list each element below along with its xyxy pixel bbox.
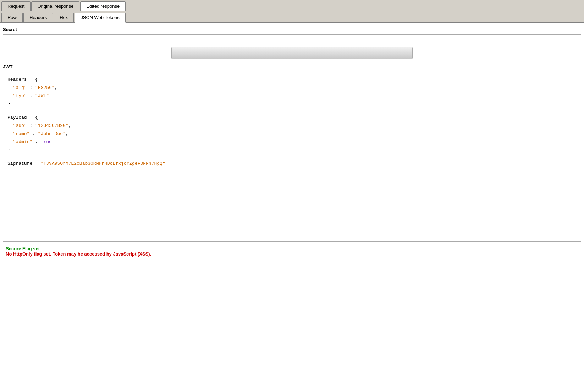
- signature-label: Signature =: [7, 161, 41, 166]
- tab-headers[interactable]: Headers: [23, 13, 53, 22]
- status-area: Secure Flag set. No HttpOnly flag set. T…: [3, 245, 581, 258]
- typ-key: "typ": [13, 93, 27, 99]
- sub-value: "1234567890": [35, 123, 68, 128]
- headers-label: Headers = {: [7, 77, 38, 82]
- second-tab-bar: Raw Headers Hex JSON Web Tokens: [0, 11, 584, 23]
- tab-hex[interactable]: Hex: [54, 13, 74, 22]
- jwt-name-line: "name" : "John Doe",: [7, 130, 577, 138]
- jwt-admin-line: "admin" : true: [7, 139, 577, 146]
- button-row: [3, 47, 581, 59]
- jwt-signature-line: Signature = "TJVA95OrM7E2cBab30RMHrHDcEf…: [7, 160, 577, 168]
- verify-button[interactable]: [171, 47, 413, 59]
- tab-original-response[interactable]: Original response: [31, 1, 79, 11]
- typ-value: "JWT": [35, 93, 49, 99]
- jwt-payload-header: Payload = {: [7, 114, 577, 122]
- tab-request[interactable]: Request: [1, 1, 31, 11]
- status-warning: No HttpOnly flag set. Token may be acces…: [6, 251, 578, 257]
- tab-raw[interactable]: Raw: [1, 13, 23, 22]
- admin-value: true: [41, 139, 52, 145]
- jwt-sub-line: "sub" : "1234567890",: [7, 122, 577, 130]
- name-key: "name": [13, 131, 30, 136]
- jwt-headers-close: }: [7, 100, 577, 108]
- alg-key: "alg": [13, 85, 27, 90]
- jwt-spacer-2: [7, 155, 577, 160]
- name-value: "John Doe": [38, 131, 66, 136]
- jwt-label: JWT: [3, 64, 581, 69]
- jwt-alg-line: "alg" : "HS256",: [7, 84, 577, 92]
- main-container: Request Original response Edited respons…: [0, 0, 584, 392]
- content-area: Secret JWT Headers = { "alg" : "HS256", …: [0, 23, 584, 262]
- jwt-headers-header: Headers = {: [7, 76, 577, 84]
- jwt-display: Headers = { "alg" : "HS256", "typ" : "JW…: [3, 72, 581, 242]
- sub-key: "sub": [13, 123, 27, 128]
- jwt-spacer-1: [7, 108, 577, 114]
- jwt-typ-line: "typ" : "JWT": [7, 93, 577, 100]
- status-secure: Secure Flag set.: [6, 246, 578, 251]
- top-tab-bar: Request Original response Edited respons…: [0, 0, 584, 11]
- alg-value: "HS256": [35, 85, 55, 90]
- signature-value: "TJVA95OrM7E2cBab30RMHrHDcEfxjoYZgeFONFh…: [41, 161, 165, 166]
- secret-label: Secret: [3, 27, 581, 32]
- tab-json-web-tokens[interactable]: JSON Web Tokens: [75, 13, 125, 23]
- secret-input[interactable]: [3, 34, 581, 44]
- payload-label: Payload = {: [7, 115, 38, 120]
- jwt-payload-close: }: [7, 146, 577, 154]
- tab-edited-response[interactable]: Edited response: [80, 1, 126, 11]
- admin-key: "admin": [13, 139, 33, 145]
